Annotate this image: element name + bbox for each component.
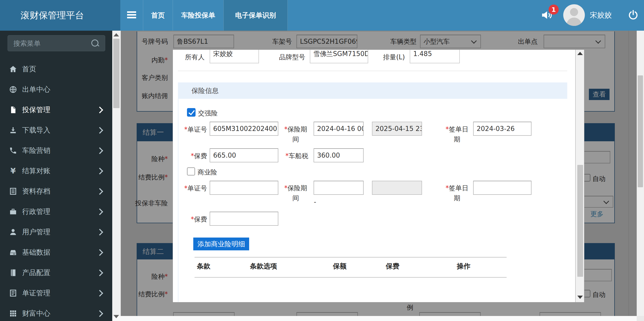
dialog-scrollbar[interactable]	[575, 50, 584, 302]
sidebar-item-6[interactable]: ¥结算对账	[0, 161, 112, 181]
sidebar-search-box	[8, 35, 105, 51]
commercial-period-end-input[interactable]	[372, 181, 422, 195]
sidebar-item-10[interactable]: 基础数据	[0, 242, 112, 262]
commercial-label: 商业险	[198, 168, 217, 177]
app-logo[interactable]: 滚财保管理平台	[0, 0, 120, 31]
chevron-right-icon	[96, 188, 103, 195]
brand-model-label: 品牌型号	[278, 53, 305, 62]
user-icon	[9, 228, 18, 236]
horizontal-scroll-area[interactable]	[112, 316, 637, 321]
sidebar-item-label: 行政管理	[22, 207, 50, 216]
tab-home[interactable]: 首页	[143, 0, 173, 31]
notification-badge[interactable]: 1	[549, 5, 559, 15]
sidebar-scrollbar-thumb[interactable]	[113, 39, 120, 108]
compulsory-checkbox[interactable]	[187, 108, 196, 117]
chevron-right-icon	[96, 127, 103, 134]
chevron-right-icon	[96, 269, 103, 276]
sidebar-item-3[interactable]: 投保管理	[0, 100, 112, 120]
top-navbar: 滚财保管理平台 首页 车险投保单 电子保单识别 1 宋姣姣	[0, 0, 644, 31]
avatar[interactable]	[563, 4, 585, 26]
sidebar-item-label: 财富中心	[22, 309, 50, 318]
table-bottom-rule	[195, 277, 507, 278]
period-range-separator: -	[314, 198, 316, 206]
commercial-policy-no-input[interactable]	[210, 181, 278, 195]
sidebar-item-label: 首页	[22, 64, 36, 74]
page-scrollbar[interactable]	[637, 31, 644, 321]
policy-no-label: *单证号	[173, 125, 207, 134]
compulsory-label: 交强险	[198, 109, 218, 118]
chevron-right-icon	[96, 208, 103, 215]
scroll-up-icon[interactable]	[113, 33, 119, 36]
tab-epolicy-recognition[interactable]: 电子保单识别	[223, 0, 288, 31]
brand-model-input[interactable]: 雪佛兰SGM7150D	[310, 50, 368, 63]
sidebar-menu: 首页出单中心投保管理下载导入车险营销¥结算对账资料存档行政管理用户管理基础数据产…	[0, 59, 112, 321]
scroll-up-icon[interactable]	[577, 52, 583, 55]
sidebar-item-11[interactable]: 产品配置	[0, 262, 112, 283]
page-scrollbar-thumb[interactable]	[638, 75, 643, 187]
period-start-input[interactable]: 2024-04-16 00	[314, 122, 364, 136]
download-icon	[9, 126, 18, 134]
scroll-down-icon[interactable]	[577, 296, 583, 299]
displacement-label: 排量(L)	[382, 53, 405, 62]
sidebar: 首页出单中心投保管理下载导入车险营销¥结算对账资料存档行政管理用户管理基础数据产…	[0, 31, 112, 321]
add-commercial-detail-button[interactable]: 添加商业险明细	[193, 238, 249, 250]
file-icon	[9, 106, 18, 114]
sidebar-item-5[interactable]: 车险营销	[0, 140, 112, 161]
search-input[interactable]	[13, 36, 89, 50]
sidebar-item-4[interactable]: 下载导入	[0, 120, 112, 140]
period-end-input[interactable]: 2025-04-15 23	[372, 122, 422, 136]
table-header-cell: 条款选项	[250, 262, 277, 271]
search-icon[interactable]	[91, 39, 98, 47]
app-title: 滚财保管理平台	[21, 9, 84, 22]
scrollbar-corner	[637, 316, 644, 321]
commercial-period-start-input[interactable]	[314, 181, 364, 195]
commercial-premium-input[interactable]	[210, 212, 278, 226]
sign-date-input[interactable]: 2024-03-26	[473, 122, 532, 136]
commercial-period-label: *保险期间	[283, 183, 308, 203]
sidebar-item-12[interactable]: 单证管理	[0, 283, 112, 303]
commercial-checkbox[interactable]	[187, 167, 195, 175]
commercial-sign-date-input[interactable]	[473, 181, 532, 195]
phone-icon	[9, 147, 18, 155]
list-icon	[9, 187, 18, 195]
sidebar-item-label: 投保管理	[22, 105, 50, 115]
policy-no-input[interactable]: 605M310022024001	[210, 122, 278, 136]
chevron-right-icon	[96, 107, 103, 113]
hamburger-menu-icon[interactable]	[127, 11, 136, 19]
sidebar-item-13[interactable]: 财富中心	[0, 303, 112, 321]
owner-input[interactable]: 宋姣姣	[210, 50, 259, 63]
table-top-rule	[195, 257, 507, 258]
sidebar-item-8[interactable]: 行政管理	[0, 201, 112, 222]
premium-input[interactable]: 665.00	[210, 148, 278, 162]
db-icon	[9, 248, 18, 256]
power-icon[interactable]	[627, 9, 639, 21]
vehicle-tax-input[interactable]: 360.00	[314, 148, 364, 162]
insurance-info-section-header: 保险信息	[178, 82, 567, 99]
commercial-policy-no-label: *单证号	[173, 184, 207, 193]
grid-icon	[9, 309, 18, 317]
sidebar-item-label: 出单中心	[22, 85, 50, 94]
table-header-cell: 操作	[457, 262, 470, 271]
dialog-scrollbar-thumb[interactable]	[577, 165, 583, 277]
sidebar-item-7[interactable]: 资料存档	[0, 181, 112, 201]
sidebar-item-1[interactable]: 首页	[0, 59, 112, 79]
sidebar-item-label: 单证管理	[22, 288, 50, 298]
sidebar-scrollbar[interactable]	[112, 31, 121, 321]
sidebar-item-2[interactable]: 出单中心	[0, 79, 112, 100]
premium-label: *保费	[173, 152, 207, 160]
scroll-down-icon[interactable]	[113, 315, 119, 318]
chevron-right-icon	[96, 168, 103, 174]
globe-icon	[9, 85, 18, 94]
sidebar-item-label: 基础数据	[22, 248, 50, 257]
chevron-right-icon	[96, 310, 103, 317]
tab-car-insurance-form[interactable]: 车险投保单	[173, 0, 223, 31]
sidebar-item-9[interactable]: 用户管理	[0, 222, 112, 242]
doc-icon	[9, 289, 18, 297]
row-divider	[178, 71, 567, 71]
table-header-cell: 条款	[197, 262, 210, 271]
owner-label: 所有人	[178, 53, 205, 62]
displacement-input[interactable]: 1.485	[410, 50, 460, 63]
application-window: 滚财保管理平台 首页 车险投保单 电子保单识别 1 宋姣姣 首页出单中心投保管理…	[0, 0, 644, 321]
vehicle-tax-label: *车船税	[283, 152, 308, 160]
sidebar-item-label: 车险营销	[22, 146, 50, 155]
